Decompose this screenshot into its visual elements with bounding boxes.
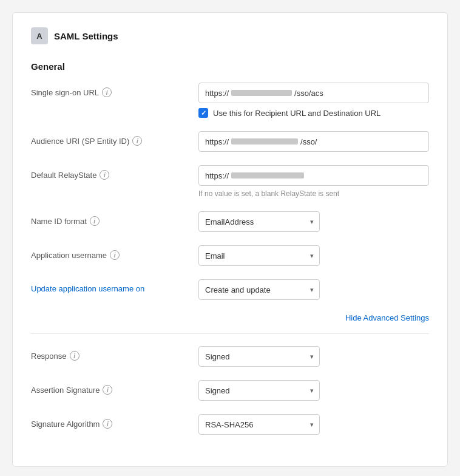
update-username-controls: Create and update Create only ▾ (198, 279, 429, 300)
header-icon: A (31, 27, 48, 44)
section-title: General (31, 61, 429, 72)
name-id-format-row: Name ID format i Unspecified EmailAddres… (31, 211, 429, 232)
assertion-signature-help-icon[interactable]: i (103, 385, 112, 395)
app-username-help-icon[interactable]: i (110, 250, 120, 260)
name-id-format-select-wrapper: Unspecified EmailAddress X509SubjectName… (198, 211, 320, 232)
sso-url-input[interactable]: https:// /sso/acs (198, 83, 429, 103)
assertion-signature-select[interactable]: Signed Unsigned (198, 380, 320, 401)
sso-url-row: Single sign-on URL i https:// /sso/acs U… (31, 83, 429, 118)
audience-uri-mask (231, 138, 298, 144)
card-header-title: SAML Settings (54, 31, 118, 41)
assertion-signature-select-wrapper: Signed Unsigned ▾ (198, 380, 320, 401)
relay-state-row: Default RelayState i https:// If no valu… (31, 165, 429, 198)
update-username-select-wrapper: Create and update Create only ▾ (198, 279, 320, 300)
relay-state-label: Default RelayState i (31, 170, 189, 180)
hide-advanced-settings-link[interactable]: Hide Advanced Settings (345, 313, 429, 322)
audience-uri-label-col: Audience URI (SP Entity ID) i (31, 131, 189, 146)
response-select[interactable]: Signed Unsigned (198, 346, 320, 367)
audience-uri-input[interactable]: https:// /sso/ (198, 131, 429, 152)
update-username-select[interactable]: Create and update Create only (198, 279, 320, 300)
sso-url-help-icon[interactable]: i (102, 87, 112, 97)
response-label-col: Response i (31, 346, 189, 361)
name-id-format-help-icon[interactable]: i (90, 216, 100, 226)
response-select-wrapper: Signed Unsigned ▾ (198, 346, 320, 367)
name-id-format-select[interactable]: Unspecified EmailAddress X509SubjectName… (198, 211, 320, 232)
saml-settings-card: A SAML Settings General Single sign-on U… (12, 12, 448, 467)
response-row: Response i Signed Unsigned ▾ (31, 346, 429, 367)
relay-state-label-col: Default RelayState i (31, 165, 189, 180)
sso-url-mask (231, 90, 292, 96)
advanced-settings-row: Hide Advanced Settings (31, 313, 429, 322)
relay-state-input[interactable]: https:// (198, 165, 429, 186)
assertion-signature-label-col: Assertion Signature i (31, 380, 189, 395)
relay-state-hint: If no value is set, a blank RelayState i… (198, 189, 429, 198)
audience-uri-row: Audience URI (SP Entity ID) i https:// /… (31, 131, 429, 152)
recipient-url-label: Use this for Recipient URL and Destinati… (213, 109, 381, 118)
card-header: A SAML Settings (31, 27, 429, 49)
recipient-url-checkbox-row: Use this for Recipient URL and Destinati… (198, 108, 429, 118)
update-username-label-col: Update application username on (31, 279, 189, 293)
signature-algorithm-select[interactable]: RSA-SHA256 RSA-SHA1 (198, 414, 320, 435)
audience-uri-help-icon[interactable]: i (132, 136, 142, 146)
recipient-url-checkbox[interactable] (198, 108, 208, 118)
name-id-format-label-col: Name ID format i (31, 211, 189, 226)
name-id-format-label: Name ID format i (31, 216, 189, 226)
audience-uri-controls: https:// /sso/ (198, 131, 429, 152)
app-username-row: Application username i Okta username Ema… (31, 245, 429, 266)
relay-state-mask (231, 172, 304, 178)
response-label: Response i (31, 351, 189, 361)
response-controls: Signed Unsigned ▾ (198, 346, 429, 367)
app-username-select-wrapper: Okta username Email AD SAM Account Name … (198, 245, 320, 266)
signature-algorithm-help-icon[interactable]: i (103, 419, 112, 429)
update-username-label: Update application username on (31, 284, 189, 293)
relay-state-help-icon[interactable]: i (100, 170, 109, 180)
app-username-label: Application username i (31, 250, 189, 260)
app-username-select[interactable]: Okta username Email AD SAM Account Name … (198, 245, 320, 266)
sso-url-label-col: Single sign-on URL i (31, 83, 189, 97)
signature-algorithm-controls: RSA-SHA256 RSA-SHA1 ▾ (198, 414, 429, 435)
app-username-controls: Okta username Email AD SAM Account Name … (198, 245, 429, 266)
sso-url-controls: https:// /sso/acs Use this for Recipient… (198, 83, 429, 118)
response-help-icon[interactable]: i (70, 351, 79, 361)
relay-state-controls: https:// If no value is set, a blank Rel… (198, 165, 429, 198)
name-id-format-controls: Unspecified EmailAddress X509SubjectName… (198, 211, 429, 232)
signature-algorithm-row: Signature Algorithm i RSA-SHA256 RSA-SHA… (31, 414, 429, 435)
sso-url-label: Single sign-on URL i (31, 87, 189, 97)
audience-uri-label: Audience URI (SP Entity ID) i (31, 136, 189, 146)
assertion-signature-label: Assertion Signature i (31, 385, 189, 395)
assertion-signature-controls: Signed Unsigned ▾ (198, 380, 429, 401)
signature-algorithm-select-wrapper: RSA-SHA256 RSA-SHA1 ▾ (198, 414, 320, 435)
section-divider (31, 333, 429, 334)
signature-algorithm-label: Signature Algorithm i (31, 419, 189, 429)
update-username-row: Update application username on Create an… (31, 279, 429, 300)
app-username-label-col: Application username i (31, 245, 189, 260)
assertion-signature-row: Assertion Signature i Signed Unsigned ▾ (31, 380, 429, 401)
signature-algorithm-label-col: Signature Algorithm i (31, 414, 189, 429)
